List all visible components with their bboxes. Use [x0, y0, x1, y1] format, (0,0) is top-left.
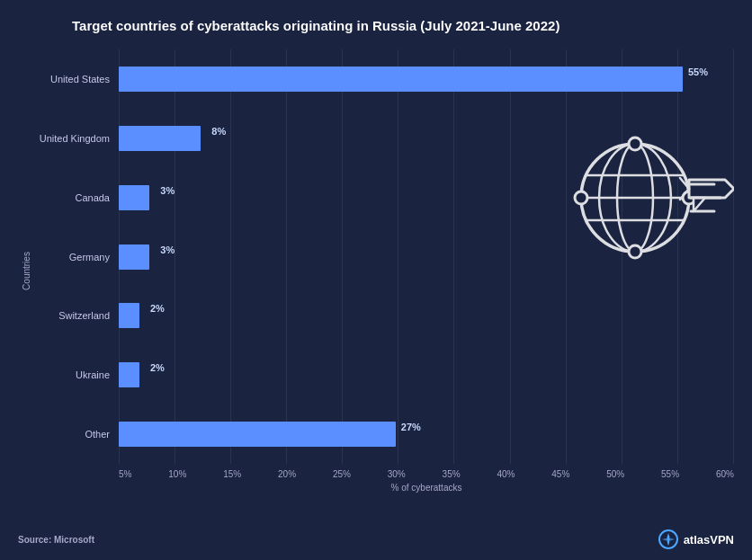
source-bold: Source: Microsoft	[18, 535, 94, 545]
bar-track: 2%	[119, 303, 734, 328]
bar-fill: 3%	[119, 185, 149, 210]
x-axis-label: % of cyberattacks	[119, 483, 734, 493]
bar-row: Ukraine2%	[38, 345, 734, 404]
bar-label: Ukraine	[38, 369, 119, 380]
y-axis-label-container: Countries	[18, 49, 34, 493]
bar-track: 27%	[119, 422, 734, 447]
bar-label: United States	[38, 74, 119, 84]
chart-inner: United States55%United Kingdom8%Canada3%…	[38, 49, 734, 493]
x-tick: 5%	[119, 469, 131, 479]
bar-row: Other27%	[38, 404, 734, 464]
x-tick: 25%	[333, 469, 351, 479]
chart-body: Countries United States55%United Kingdom…	[18, 49, 734, 493]
x-tick: 55%	[661, 469, 679, 479]
x-tick: 20%	[278, 469, 296, 479]
bar-fill: 2%	[119, 303, 139, 328]
bar-value: 3%	[160, 185, 175, 196]
bar-fill: 27%	[119, 422, 396, 447]
bar-value: 55%	[688, 67, 708, 77]
bar-value: 8%	[211, 126, 226, 137]
bar-label: Switzerland	[38, 310, 119, 321]
chart-title: Target countries of cyberattacks origina…	[72, 18, 734, 33]
bar-track: 2%	[119, 362, 734, 387]
x-tick: 30%	[388, 469, 406, 479]
bar-label: Other	[38, 429, 119, 440]
bar-row: United Kingdom8%	[38, 109, 734, 168]
bar-row: Germany3%	[38, 227, 734, 287]
bars-area: United States55%United Kingdom8%Canada3%…	[38, 49, 734, 464]
bar-value: 27%	[401, 422, 421, 432]
bar-label: Canada	[38, 192, 119, 203]
brand-text: atlasVPN	[684, 533, 734, 547]
bar-value: 2%	[150, 362, 165, 373]
bar-label: Germany	[38, 252, 119, 262]
x-axis: 5%10%15%20%25%30%35%40%45%50%55%60%	[119, 469, 734, 479]
bar-row: United States55%	[38, 49, 734, 109]
bar-fill: 2%	[119, 362, 139, 387]
bar-row: Canada3%	[38, 168, 734, 227]
chart-container: Target countries of cyberattacks origina…	[0, 0, 752, 560]
bar-fill: 3%	[119, 244, 149, 270]
x-tick: 15%	[223, 469, 241, 479]
bar-row: Switzerland2%	[38, 286, 734, 345]
bar-track: 3%	[119, 185, 734, 210]
bar-value: 3%	[160, 244, 175, 255]
bar-value: 2%	[150, 303, 165, 314]
bar-track: 8%	[119, 126, 734, 151]
brand-icon	[658, 529, 678, 549]
x-tick: 10%	[168, 469, 186, 479]
footer: Source: Microsoft atlasVPN	[18, 529, 734, 549]
x-tick: 40%	[497, 469, 515, 479]
bar-track: 55%	[119, 67, 734, 92]
bar-track: 3%	[119, 244, 734, 270]
x-tick: 50%	[606, 469, 624, 479]
brand: atlasVPN	[658, 529, 734, 549]
source-text: Source: Microsoft	[18, 535, 94, 545]
bar-fill: 55%	[119, 67, 683, 92]
bar-label: United Kingdom	[38, 133, 119, 144]
y-axis-label: Countries	[22, 252, 31, 290]
x-tick: 35%	[443, 469, 461, 479]
x-tick: 60%	[716, 469, 734, 479]
bar-fill: 8%	[119, 126, 201, 151]
x-tick: 45%	[551, 469, 569, 479]
